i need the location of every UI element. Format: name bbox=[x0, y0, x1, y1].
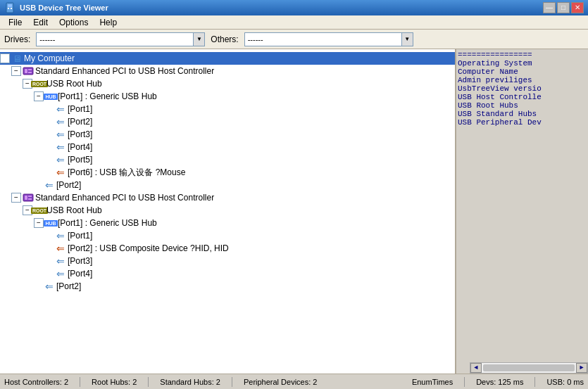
status-devs: Devs: 125 ms bbox=[476, 378, 523, 386]
info-line-8: USB Root Hubs bbox=[458, 101, 587, 110]
icon-port5: ⇐ bbox=[55, 154, 66, 165]
tree-row-roothub2-port2[interactable]: ⇐ [Port2] bbox=[0, 280, 455, 293]
label-port1: [Port1] bbox=[68, 104, 92, 114]
label-port3: [Port3] bbox=[68, 129, 92, 139]
maximize-button[interactable]: □ bbox=[557, 2, 570, 13]
menu-options[interactable]: Options bbox=[54, 16, 94, 29]
tree-row-hub2-port1[interactable]: ⇐ [Port1] bbox=[0, 229, 455, 242]
drives-combo[interactable]: ------ ▼ bbox=[36, 32, 205, 46]
drives-dropdown-arrow[interactable]: ▼ bbox=[193, 33, 204, 46]
icon-port4: ⇐ bbox=[55, 141, 66, 153]
expander-hub1[interactable]: − bbox=[34, 91, 44, 101]
svg-rect-10 bbox=[28, 196, 32, 197]
others-dropdown-arrow[interactable]: ▼ bbox=[401, 33, 413, 46]
tree-row-port2[interactable]: ⇐ [Port2] bbox=[0, 115, 455, 128]
icon-hub2-port4: ⇐ bbox=[55, 268, 66, 279]
tree-row-hub2-port3[interactable]: ⇐ [Port3] bbox=[0, 255, 455, 267]
minimize-button[interactable]: — bbox=[543, 2, 556, 13]
status-divider-4 bbox=[464, 377, 465, 387]
icon-hub2: HUB bbox=[45, 217, 56, 229]
scroll-thumb bbox=[483, 364, 575, 371]
info-line-2: Computer Name bbox=[458, 68, 587, 76]
main-area: − 🖥 My Computer − Standard Enhanced PCI … bbox=[0, 49, 588, 374]
label-hub2-port1: [Port1] bbox=[68, 231, 92, 241]
expander-computer[interactable]: − bbox=[0, 53, 10, 63]
tree-row-roothub1[interactable]: − ROOT USB Root Hub bbox=[0, 77, 455, 90]
icon-roothub2-port2: ⇐ bbox=[44, 281, 55, 292]
status-bar: Host Controllers: 2 Root Hubs: 2 Standar… bbox=[0, 374, 588, 389]
svg-rect-6 bbox=[28, 69, 32, 70]
label-mouse: [Port6] : USB 输入设备 ?Mouse bbox=[68, 167, 185, 179]
close-button[interactable]: ✕ bbox=[571, 2, 584, 13]
tree-row-roothub1-port2[interactable]: ⇐ [Port2] bbox=[0, 179, 455, 191]
others-combo[interactable]: ------ ▼ bbox=[244, 32, 413, 46]
label-computer: My Computer bbox=[24, 53, 75, 63]
expander-pci1[interactable]: − bbox=[11, 66, 21, 76]
info-line-1: Operating System bbox=[458, 59, 587, 68]
tree-panel: − 🖥 My Computer − Standard Enhanced PCI … bbox=[0, 49, 456, 374]
tree-row-hub2-port4[interactable]: ⇐ [Port4] bbox=[0, 267, 455, 280]
info-panel: ================ Operating System Comput… bbox=[456, 49, 588, 374]
info-line-5: UsbTreeView versio bbox=[458, 84, 587, 93]
label-roothub1: USB Root Hub bbox=[46, 79, 102, 89]
label-hub2-port3: [Port3] bbox=[68, 256, 92, 266]
drives-value: ------ bbox=[37, 33, 193, 46]
info-line-3: Admin previliges bbox=[458, 76, 587, 84]
label-hid: [Port2] : USB Composite Device ?HID, HID bbox=[68, 243, 229, 253]
info-line-0: ================ bbox=[458, 51, 587, 59]
tree-row-roothub2[interactable]: − ROOT USB Root Hub bbox=[0, 204, 455, 217]
label-hub1: [Port1] : Generic USB Hub bbox=[58, 91, 157, 101]
status-host-controllers: Host Controllers: 2 bbox=[4, 378, 68, 386]
icon-hid: ⇐ bbox=[55, 243, 66, 254]
label-roothub2: USB Root Hub bbox=[46, 205, 102, 215]
drives-label: Drives: bbox=[4, 34, 30, 44]
info-hscrollbar[interactable]: ◄ ► bbox=[470, 362, 588, 374]
icon-hub2-port3: ⇐ bbox=[55, 255, 66, 267]
icon-port2: ⇐ bbox=[55, 116, 66, 127]
tree-row-port5[interactable]: ⇐ [Port5] bbox=[0, 153, 455, 166]
status-standard-hubs: Standard Hubs: 2 bbox=[160, 378, 220, 386]
label-pci1: Standard Enhanced PCI to USB Host Contro… bbox=[35, 66, 214, 76]
icon-roothub1: ROOT bbox=[34, 78, 45, 89]
label-port5: [Port5] bbox=[68, 155, 92, 165]
info-content: ================ Operating System Comput… bbox=[458, 51, 587, 127]
icon-mouse: ⇐ bbox=[55, 167, 66, 178]
tree-row-port4[interactable]: ⇐ [Port4] bbox=[0, 141, 455, 153]
menu-file[interactable]: File bbox=[3, 16, 27, 29]
expander-hub2[interactable]: − bbox=[34, 218, 44, 228]
status-divider-3 bbox=[232, 377, 232, 387]
tree-row-pci1[interactable]: − Standard Enhanced PCI to USB Host Cont… bbox=[0, 65, 455, 77]
tree-row-mouse[interactable]: ⇐ [Port6] : USB 输入设备 ?Mouse bbox=[0, 166, 455, 179]
tree-row-port3[interactable]: ⇐ [Port3] bbox=[0, 128, 455, 141]
icon-port3: ⇐ bbox=[55, 129, 66, 140]
tree-row-hid[interactable]: ⇐ [Port2] : USB Composite Device ?HID, H… bbox=[0, 242, 455, 255]
status-divider-1 bbox=[80, 377, 80, 387]
status-root-hubs: Root Hubs: 2 bbox=[92, 378, 137, 386]
menu-help[interactable]: Help bbox=[94, 16, 123, 29]
svg-rect-11 bbox=[28, 198, 32, 200]
tree-row-pci2[interactable]: − Standard Enhanced PCI to USB Host Cont… bbox=[0, 191, 455, 204]
scroll-left-btn[interactable]: ◄ bbox=[470, 363, 482, 373]
tree-row-hub2[interactable]: − HUB [Port1] : Generic USB Hub bbox=[0, 217, 455, 229]
status-enum-times: EnumTimes bbox=[412, 378, 453, 386]
svg-rect-9 bbox=[25, 196, 27, 200]
icon-computer: 🖥 bbox=[11, 53, 23, 64]
icon-pci2 bbox=[23, 192, 34, 203]
tree-row-hub1[interactable]: − HUB [Port1] : Generic USB Hub bbox=[0, 90, 455, 103]
label-hub2: [Port1] : Generic USB Hub bbox=[58, 218, 157, 228]
app-icon bbox=[4, 2, 15, 13]
label-port4: [Port4] bbox=[68, 142, 92, 152]
expander-pci2[interactable]: − bbox=[11, 193, 21, 203]
label-port2: [Port2] bbox=[68, 117, 92, 127]
scroll-right-btn[interactable]: ► bbox=[576, 363, 587, 373]
tree-row-computer[interactable]: − 🖥 My Computer bbox=[0, 52, 455, 65]
status-peripheral-devices: Peripheral Devices: 2 bbox=[244, 378, 318, 386]
tree-row-port1[interactable]: ⇐ [Port1] bbox=[0, 103, 455, 115]
icon-port1: ⇐ bbox=[55, 103, 66, 115]
label-roothub2-port2: [Port2] bbox=[56, 281, 81, 291]
icon-hub2-port1: ⇐ bbox=[55, 230, 66, 241]
label-hub2-port4: [Port4] bbox=[68, 269, 92, 279]
svg-rect-7 bbox=[28, 72, 32, 73]
title-buttons: — □ ✕ bbox=[543, 2, 584, 13]
menu-edit[interactable]: Edit bbox=[27, 16, 54, 29]
